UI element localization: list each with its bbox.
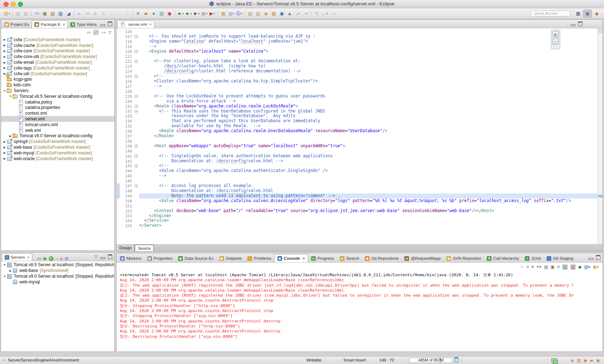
chevron-expanded-icon[interactable]: ▼	[8, 95, 13, 98]
annotation-pencil-icon[interactable]: ◢	[65, 10, 72, 18]
export-icon[interactable]: ↑▾	[301, 10, 309, 18]
chevron-collapsed-icon[interactable]: ▶	[3, 49, 7, 53]
terminate-icon[interactable]: ■	[91, 10, 99, 18]
tab-data-source-ex[interactable]: ▥Data Source Ex	[175, 254, 217, 262]
perspective-java-ee-icon[interactable]: ▣	[583, 10, 592, 18]
source-editor[interactable]: 116117 <!-- You should set jvmRoute to s…	[117, 28, 598, 245]
chevron-expanded-icon[interactable]: ▼	[3, 89, 7, 92]
chevron-collapsed-icon[interactable]: ▶	[3, 151, 7, 154]
quick-access-input[interactable]: Quick Access	[531, 10, 570, 16]
code-line-146[interactable]: 146	[117, 178, 598, 183]
outline-view-icon[interactable]: ≡	[553, 39, 558, 44]
toggle-whitespace-icon[interactable]: ▤	[158, 10, 166, 18]
code-line-149[interactable]: 149 Note: The pattern used is equivalent…	[117, 193, 598, 198]
code-line-123[interactable]: 123 /docs/cluster-howto.html (simple how…	[117, 64, 598, 69]
horizontal-scrollbar[interactable]	[154, 245, 603, 251]
tree-item-catalina-properties[interactable]: catalina.properties	[1, 105, 114, 111]
tree-item-csfw[interactable]: ▶csfw[CoolioSoFrameWork master]	[1, 37, 114, 43]
fold-collapse-icon[interactable]	[134, 49, 139, 54]
external-tools-icon[interactable]: ▶▾	[208, 10, 216, 18]
open-binary-file-icon[interactable]: 010	[33, 10, 41, 18]
forward-icon[interactable]: →▾	[328, 10, 336, 18]
tree-item-csfw-core[interactable]: ▶csfw-core[CoolioSoFrameWork master]	[1, 48, 114, 54]
cap-icon[interactable]: ◆	[584, 358, 587, 363]
code-line-137[interactable]: 137 </Realm>	[117, 134, 598, 139]
save-icon[interactable]: ▦	[14, 10, 22, 18]
tab-git-repositorie[interactable]: ◉Git Repositorie	[362, 254, 401, 262]
run-garbage-collector-icon[interactable]	[455, 358, 458, 363]
resume-icon[interactable]: ►	[76, 10, 84, 18]
chevron-collapsed-icon[interactable]: ▶	[8, 269, 13, 272]
tab-design[interactable]: Design	[116, 245, 135, 251]
code-line-132[interactable]: 132 <!-- This Realm uses the UserDatabas…	[117, 109, 598, 114]
mark-occurrences-icon[interactable]: ▰	[142, 10, 150, 18]
tab-svn-repositori[interactable]: ◉SVN Repositori	[443, 254, 484, 262]
collapse-all-icon[interactable]: ▭	[87, 30, 91, 35]
pencil-icon[interactable]: ▰	[590, 358, 593, 363]
tab-progress[interactable]: ▭Progress	[308, 254, 337, 262]
code-line-121[interactable]: 121	[117, 54, 598, 59]
tree-item-tomcat-v9-0-server-at-localhost-config[interactable]: ▶Tomcat v9.0 Server at localhost-config	[1, 133, 114, 139]
code-line-120[interactable]: 120 <Engine defaultHost="localhost" name…	[117, 49, 598, 54]
code-line-124[interactable]: 124 /docs/config/cluster.html (reference…	[117, 69, 598, 74]
code-line-145[interactable]: 145 -->	[117, 173, 598, 178]
console-output[interactable]: <terminated> Tomcat v8.5 Server at local…	[117, 271, 602, 351]
external-annotations-icon[interactable]: ◆	[262, 10, 270, 18]
code-line-151[interactable]: 151	[117, 203, 598, 209]
insert-mode-status[interactable]: Smart Insert	[343, 356, 366, 364]
fold-collapse-icon[interactable]	[134, 104, 139, 109]
tree-item-spring4[interactable]: ▶spring4[CoolioSoFrameWork master]	[1, 139, 114, 144]
tree-item-web-oracle[interactable]: ▶web-oracle[CoolioSoFrameWork master]	[1, 156, 114, 162]
debug-icon[interactable]: ►▾	[177, 10, 185, 18]
tree-item-tomcat-v8-5-server-at-localhost-config[interactable]: ▼Tomcat v8.5 Server at localhost-config	[1, 94, 114, 99]
step-over-icon[interactable]: →	[115, 10, 123, 18]
focus-on-active-task-icon[interactable]: ●●	[101, 30, 106, 34]
open-perspective-icon[interactable]: ▦	[574, 10, 582, 18]
fold-collapse-icon[interactable]	[134, 144, 139, 149]
profile-badge-icon[interactable]: ◉	[596, 358, 600, 363]
fold-collapse-icon[interactable]	[134, 154, 139, 159]
code-line-138[interactable]: 138	[117, 139, 598, 144]
save-all-icon[interactable]: ▩	[22, 10, 30, 18]
link-with-editor-icon[interactable]: ⇄	[93, 30, 99, 35]
overview-ruler[interactable]	[598, 28, 603, 245]
code-line-144[interactable]: 144 <Valve className="org.apache.catalin…	[117, 168, 598, 173]
step-into-icon[interactable]: ↘	[107, 10, 115, 18]
tree-item-web-base[interactable]: ▶web-base[CoolioSoFrameWork master]	[1, 144, 114, 150]
import-icon[interactable]: ↓▾	[294, 10, 301, 18]
fold-collapse-icon[interactable]	[134, 183, 139, 188]
code-line-140[interactable]: 140	[117, 149, 598, 154]
heap-status[interactable]: 485M of 852M	[409, 358, 452, 363]
minimize-view-icon[interactable]	[100, 24, 105, 26]
code-line-134[interactable]: 134 that are performed against this User…	[117, 119, 598, 124]
tab-type-hierarchy[interactable]: ⇅ Type Hiera	[68, 21, 99, 28]
code-line-116[interactable]: 116	[117, 29, 598, 34]
display-console-icon[interactable]: ▥▾	[584, 264, 590, 269]
tab-call-hierarchy[interactable]: ⇅Call Hierarchy	[484, 254, 522, 262]
tree-item-csfw-cache[interactable]: ▶csfw-cache[CoolioSoFrameWork master]	[1, 43, 114, 48]
editor-tab-server-xml[interactable]: server.xml ×	[117, 20, 154, 28]
code-line-122[interactable]: 122 <!--For clustering, please take a lo…	[117, 59, 598, 64]
tab-properties[interactable]: ▤Properties	[144, 254, 175, 262]
tab-search[interactable]: ◎Search	[337, 254, 362, 262]
code-line-118[interactable]: 118 <Engine name="Catalina" defaultHost=…	[117, 39, 598, 44]
sort-members-icon[interactable]: ≡	[134, 10, 142, 18]
suspend-icon[interactable]: ▮▮	[84, 10, 91, 18]
tree-item-kids-cdm[interactable]: kids-cdm	[1, 82, 114, 88]
collapse-all-icon[interactable]: ▭	[37, 256, 41, 261]
code-line-117[interactable]: 117 <!-- You should set jvmRoute to supp…	[117, 34, 598, 39]
code-line-130[interactable]: 130 via a brute-force attack -->	[117, 99, 598, 104]
code-line-139[interactable]: 139 <Host appBase="webapps" autoDeploy="…	[117, 144, 598, 149]
tab-package-explorer[interactable]: ▦ Package E ×	[32, 20, 68, 28]
code-line-135[interactable]: 135 available for use by the Realm. -->	[117, 124, 598, 129]
server-item-tomcat-v8-5-server-at-localhost[interactable]: ▼Tomcat v8.5 Server at localhost[Stopped…	[1, 262, 114, 268]
tree-item-csfw-tags[interactable]: ▶csfw-tags[CoolioSoFrameWork master]	[1, 65, 114, 71]
tree-item-csfw-core-util[interactable]: ▶csfw-core-util[CoolioSoFrameWork master…	[1, 54, 114, 59]
remote-systems-icon[interactable]: ▥	[57, 10, 65, 18]
disconnect-icon[interactable]: ⇅	[99, 10, 107, 18]
fold-collapse-icon[interactable]	[134, 109, 139, 114]
tab-problems[interactable]: !Problems	[244, 254, 274, 262]
publish-server-icon[interactable]: ▤	[65, 256, 68, 261]
tree-item-server-xml[interactable]: server.xml	[1, 116, 114, 122]
chevron-collapsed-icon[interactable]: ▶	[3, 140, 7, 143]
